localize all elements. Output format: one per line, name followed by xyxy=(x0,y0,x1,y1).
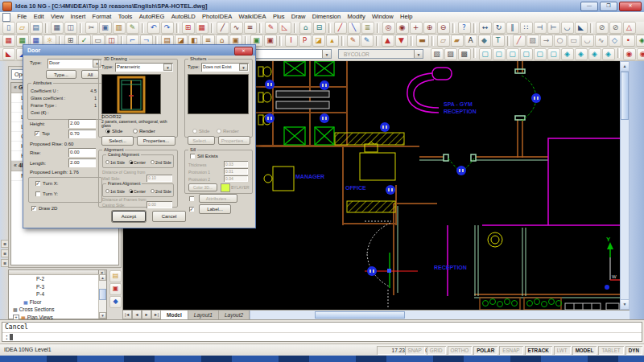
menu-plus[interactable]: Plus xyxy=(270,12,288,22)
icon-polygon-tool[interactable]: ◇ xyxy=(609,35,621,47)
menu-insert[interactable]: Insert xyxy=(67,12,89,22)
tab-layout1[interactable]: Layout1 xyxy=(188,311,219,319)
icon-vt-nav[interactable]: ◆ xyxy=(109,296,122,308)
turn-y-checkbox[interactable] xyxy=(35,191,40,196)
icon-view-right[interactable]: ▢ xyxy=(520,48,533,60)
status-toggle-snap[interactable]: SNAP xyxy=(405,346,425,355)
icon-pen-red[interactable]: ╱ xyxy=(334,22,347,34)
menu-tools[interactable]: Tools xyxy=(115,12,136,22)
tab-layout2[interactable]: Layout2 xyxy=(219,311,250,319)
collapse-icon[interactable]: « xyxy=(14,84,17,90)
icon-arc-tool[interactable]: ◡ xyxy=(581,35,594,47)
tree-item-floor[interactable]: ▦Floor xyxy=(9,298,106,306)
draw-2d-checkbox[interactable]: ✓ xyxy=(31,206,36,211)
icon-photoidea[interactable]: P xyxy=(299,35,312,47)
status-toggle-model[interactable]: MODEL xyxy=(572,346,597,355)
render-radio[interactable] xyxy=(133,129,138,134)
menu-walkidea[interactable]: WalkIDEA xyxy=(235,12,269,22)
icon-move[interactable]: ↔ xyxy=(479,22,492,34)
icon-line2[interactable]: ╱ xyxy=(513,35,526,47)
icon-view-back[interactable]: ▢ xyxy=(547,48,560,60)
length-field[interactable]: 2.00 xyxy=(68,158,96,167)
icon-view-top[interactable]: ▢ xyxy=(479,48,492,60)
status-toggle-lwt[interactable]: LWT xyxy=(554,346,571,355)
scroll-up-icon[interactable]: ▲ xyxy=(99,274,106,281)
icon-shade-hidden[interactable]: ▩ xyxy=(458,48,471,60)
minimize-button[interactable]: — xyxy=(580,2,598,11)
icon-zoom-window[interactable]: ◎ xyxy=(382,22,395,34)
icon-pencil-blue[interactable]: ✎ xyxy=(361,35,374,47)
frames-1st-radio[interactable] xyxy=(105,189,109,193)
icon-point-tool[interactable]: • xyxy=(622,35,635,47)
close-button[interactable]: ✕ xyxy=(619,2,642,11)
casing-2nd-radio[interactable] xyxy=(151,160,155,164)
type-button[interactable]: Type... xyxy=(46,70,76,79)
tree-item-p-4[interactable]: P-4 xyxy=(9,290,106,298)
label-button[interactable]: Label... xyxy=(199,204,231,214)
frames-2nd-radio[interactable] xyxy=(151,189,155,193)
icon-fillet[interactable]: ◡ xyxy=(561,22,574,34)
icon-sketch[interactable]: ✎ xyxy=(265,22,278,34)
menu-view[interactable]: View xyxy=(47,12,68,22)
chevron-down-icon[interactable]: ▼ xyxy=(239,64,248,71)
icon-letter-a[interactable]: A xyxy=(464,35,477,47)
casing-center-radio[interactable] xyxy=(129,160,133,164)
tree-scroll-thumb[interactable] xyxy=(99,289,106,300)
icon-lower-level[interactable]: ▼ xyxy=(395,35,408,47)
icon-warning[interactable]: △ xyxy=(623,22,636,34)
door-type-combo[interactable]: Door▼ xyxy=(47,59,102,68)
icon-array[interactable]: ∷ xyxy=(520,22,533,34)
status-toggle-ortho[interactable]: ORTHO xyxy=(448,346,473,355)
menu-file[interactable]: File xyxy=(14,12,30,22)
collapse-icon[interactable]: « xyxy=(14,162,17,168)
icon-pan[interactable]: + xyxy=(410,22,423,34)
tab-model[interactable]: Model xyxy=(161,311,188,319)
icon-offset[interactable]: ∥ xyxy=(506,22,519,34)
icon-print-preview[interactable]: ◫ xyxy=(64,22,77,34)
top-field[interactable]: 0.70 xyxy=(68,130,96,138)
command-prompt[interactable]: : xyxy=(2,333,642,343)
tab-nav-last[interactable]: ►| xyxy=(151,311,161,319)
icon-copy[interactable]: ▣ xyxy=(99,22,112,34)
icon-edit-table[interactable]: ▦ xyxy=(196,22,208,34)
icon-trim[interactable]: ⊣ xyxy=(534,22,547,34)
label-checkbox[interactable]: ✓ xyxy=(189,207,194,212)
icon-wall-table[interactable]: ▦ xyxy=(2,35,15,47)
icon-zoom-out[interactable]: ⊖ xyxy=(437,22,450,34)
icon-shade-gouraud[interactable]: ▨ xyxy=(444,48,457,60)
icon-zoom-in[interactable]: ⊕ xyxy=(423,22,436,34)
icon-no-entity[interactable]: ⊘ xyxy=(596,22,609,34)
status-toggle-tablet[interactable]: TABLET xyxy=(598,346,623,355)
tree-item-p-3[interactable]: P-3 xyxy=(9,283,106,291)
icon-pen-blue[interactable]: ╲ xyxy=(348,22,361,34)
hscroll-thumb[interactable] xyxy=(315,311,405,319)
icon-layer-walk[interactable]: ⊟ xyxy=(313,22,326,34)
icon-undo[interactable]: ↶ xyxy=(147,22,160,34)
menu-photoidea[interactable]: PhotoIDEA xyxy=(199,12,235,22)
icon-rotate[interactable]: ↻ xyxy=(493,22,506,34)
icon-format-painter[interactable]: ✎ xyxy=(126,22,139,34)
icon-new[interactable]: ▯ xyxy=(2,22,15,34)
icon-raise-level[interactable]: ▲ xyxy=(382,35,394,47)
icon-block-tool[interactable]: ◆ xyxy=(478,35,491,47)
frames-center-radio[interactable] xyxy=(129,189,133,193)
icon-save[interactable]: ▤ xyxy=(30,22,43,34)
icon-view-nw-iso[interactable]: ◈ xyxy=(602,48,615,60)
casing-1st-radio[interactable] xyxy=(105,160,109,164)
icon-zoom-realtime2[interactable]: ◉ xyxy=(623,48,636,60)
tree-header-bar[interactable]: ✕ xyxy=(9,270,106,275)
scroll-up-icon[interactable]: ▲ xyxy=(621,62,629,72)
icon-paste[interactable]: ▥ xyxy=(113,22,126,34)
rise-field[interactable]: 0.00 xyxy=(68,148,96,157)
icon-vt-views[interactable]: ▣ xyxy=(109,283,122,295)
status-toggle-dyn[interactable]: DYN xyxy=(625,346,642,355)
height-field[interactable]: 2.00 xyxy=(68,119,96,128)
menu-autoreg[interactable]: AutoREG xyxy=(135,12,167,22)
icon-help[interactable]: ? xyxy=(458,22,471,34)
properties-button[interactable]: Properties... xyxy=(137,136,175,146)
turn-x-checkbox[interactable]: ✓ xyxy=(35,181,40,186)
sill-exists-checkbox[interactable] xyxy=(190,154,195,158)
icon-erase[interactable]: ◺ xyxy=(279,22,291,34)
vertical-scrollbar[interactable]: ▲ ▼ xyxy=(620,61,630,310)
icon-export-up[interactable]: ▴ xyxy=(326,35,339,47)
